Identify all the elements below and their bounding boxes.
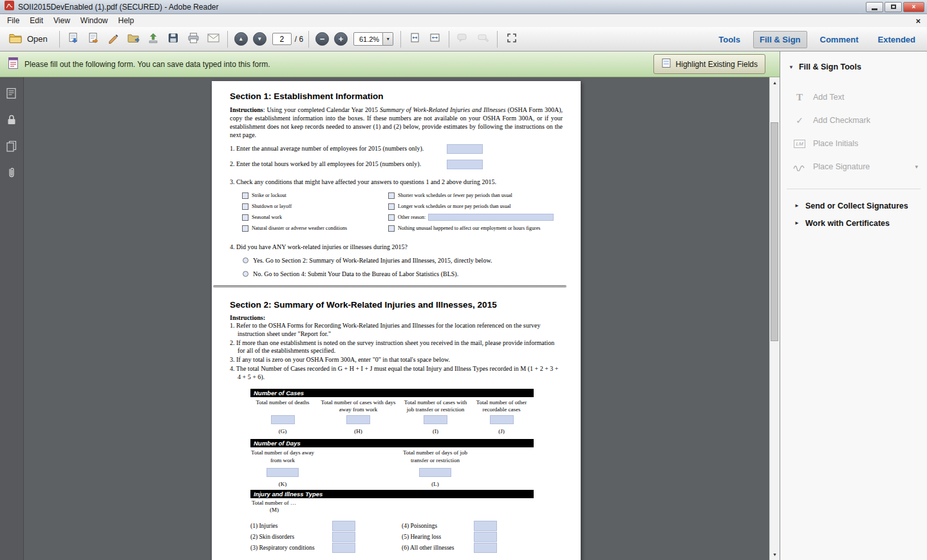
restore-button[interactable] [885,2,902,12]
page-number-input[interactable] [272,33,292,45]
signature-options-caret-icon[interactable]: ▾ [915,163,918,170]
fit-page-button[interactable] [406,30,424,48]
export-button[interactable] [85,30,102,48]
field-m4[interactable] [474,521,497,531]
restore-icon [891,5,896,9]
tab-fill-sign[interactable]: Fill & Sign [753,31,807,48]
employees-field[interactable] [447,144,483,154]
separator [227,31,228,48]
checkbox-shutdown-or-layoff[interactable] [242,203,248,210]
scroll-thumb[interactable] [771,122,778,341]
menubar-close-icon[interactable]: × [915,17,921,25]
work-with-certificates-section[interactable]: ► Work with Certificates [780,214,927,232]
zoom-level-select[interactable]: 61.2% ▾ [353,32,393,46]
highlight-tool-button[interactable] [474,30,492,48]
sticky-note-button[interactable] [454,30,472,48]
scroll-down-button[interactable]: ▼ [770,550,780,559]
separator [449,31,449,48]
send-collect-signatures-label: Send or Collect Signatures [805,201,908,210]
zoom-value: 61.2% [353,32,383,46]
conditions-checkbox-grid: Strike or lockout Shutdown or layoff Sea… [230,190,563,234]
zoom-in-button[interactable]: + [334,32,348,46]
type-label-skin-disorders: (2) Skin disorders [250,534,294,540]
radio-no[interactable] [243,271,248,277]
scroll-up-button[interactable]: ▲ [770,78,780,88]
document-area[interactable]: Section 1: Establishment Information Ins… [24,77,769,560]
field-m1[interactable] [332,521,355,531]
highlighter-icon [477,33,490,46]
security-panel-button[interactable] [3,113,20,129]
print-button[interactable] [185,30,202,48]
field-k[interactable] [267,468,299,477]
instructions-label: Instructions [230,106,263,113]
question-2: 2. Enter the total hours worked by all e… [230,160,563,170]
menu-help[interactable]: Help [113,15,140,26]
add-text-tool[interactable]: T Add Text [780,86,927,109]
comment-bubble-icon [457,33,470,46]
close-button[interactable]: × [903,2,924,12]
save-button[interactable] [165,30,182,48]
instructions-italic: Summary of Work-Related Injuries and Ill… [380,106,505,113]
next-page-button[interactable]: ▼ [253,32,267,46]
fit-width-button[interactable] [426,30,444,48]
tab-extended[interactable]: Extended [871,31,922,48]
send-collect-signatures-section[interactable]: ► Send or Collect Signatures [780,197,927,214]
sign-document-button[interactable] [105,30,122,48]
checkbox-shorter-schedules[interactable] [388,192,395,199]
column-header-k: Total number of days away from work [250,447,315,464]
minimize-button[interactable] [866,2,883,12]
fill-sign-tools-label: Fill & Sign Tools [799,62,861,71]
tab-comment[interactable]: Comment [814,31,865,48]
highlight-existing-fields-button[interactable]: Highlight Existing Fields [653,54,765,74]
field-m2[interactable] [332,532,355,542]
open-button[interactable]: Open [4,30,55,48]
checkbox-longer-schedules[interactable] [388,203,395,210]
fill-sign-tools-header[interactable]: ▼ Fill & Sign Tools [780,62,927,71]
other-reason-field[interactable] [428,214,554,221]
checkbox-strike-or-lockout[interactable] [242,192,248,199]
export-icon [88,32,99,46]
field-m6[interactable] [474,543,497,553]
place-signature-tool[interactable]: Place Signature ▾ [780,155,927,178]
checkbox-seasonal-work[interactable] [242,214,248,221]
menu-edit[interactable]: Edit [24,15,48,26]
field-m5[interactable] [474,532,497,542]
field-h[interactable] [346,415,370,424]
upload-button[interactable] [145,30,162,48]
zoom-caret-icon[interactable]: ▾ [383,32,393,46]
pages-panel-button[interactable] [3,139,20,156]
field-i[interactable] [424,415,447,424]
vertical-scrollbar[interactable]: ▲ ▼ [769,77,780,560]
add-checkmark-tool[interactable]: ✓ Add Checkmark [780,109,927,132]
hours-worked-field[interactable] [447,160,483,169]
previous-page-button[interactable]: ▲ [234,32,248,46]
email-button[interactable] [205,30,222,48]
attachments-panel-button[interactable] [3,165,20,182]
fullscreen-button[interactable] [503,30,520,48]
question-4-text: 4. Did you have ANY work-related injurie… [230,243,563,250]
down-arrow-icon: ▼ [257,36,262,42]
question-3-text: 3. Check any conditions that might have … [230,178,563,185]
menu-window[interactable]: Window [75,15,113,26]
checkbox-other-reason[interactable] [388,214,395,221]
zoom-out-button[interactable]: − [315,32,329,46]
panel-divider [787,189,921,189]
page-thumbnails-button[interactable] [3,86,20,103]
checkbox-nothing-unusual[interactable] [388,225,395,232]
separator [308,31,309,48]
instruction-item: 1. Refer to the OSHA Forms for Recording… [230,322,563,339]
menu-file[interactable]: File [2,15,24,26]
field-l[interactable] [419,468,451,477]
checkbox-natural-disaster[interactable] [242,225,248,232]
place-initials-tool[interactable]: LM Place Initials [780,132,927,155]
send-file-button[interactable] [125,30,142,48]
tab-tools[interactable]: Tools [712,31,747,48]
field-m3[interactable] [332,543,355,553]
save-copy-button[interactable] [65,30,82,48]
menu-view[interactable]: View [48,15,75,26]
radio-yes[interactable] [243,257,248,263]
radio-no-label: No. Go to Section 4: Submit Your Data to… [253,270,458,277]
field-j[interactable] [490,415,514,424]
field-g[interactable] [271,415,295,424]
injury-illness-types-header: Injury and Illness Types [250,490,534,498]
